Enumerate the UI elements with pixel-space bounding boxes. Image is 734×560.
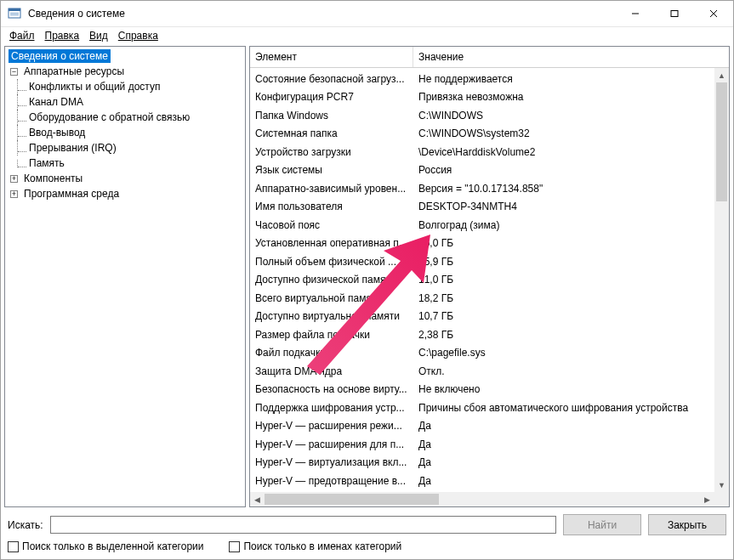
expand-icon[interactable]: + [10,175,18,183]
scroll-right-icon[interactable]: ▶ [700,492,714,506]
vertical-scrollbar[interactable]: ▲ ▼ [714,68,729,492]
list-body[interactable]: Состояние безопасной загруз...Не поддерж… [250,68,729,506]
titlebar: Сведения о системе [1,1,733,27]
cell-element: Поддержка шифрования устр... [250,402,413,414]
cell-value: Не включено [413,383,714,395]
list-row[interactable]: Язык системыРоссия [250,161,714,180]
list-row[interactable]: Системная папкаC:\WINDOWS\system32 [250,125,714,144]
find-button[interactable]: Найти [563,514,641,535]
list-row[interactable]: Имя пользователяDESKTOP-34NMTH4 [250,198,714,217]
list-row[interactable]: Размер файла подкачки2,38 ГБ [250,325,714,344]
menu-file[interactable]: Файл [4,29,40,42]
list-row[interactable]: Hyper-V — расширения для п...Да [250,435,714,454]
list-row[interactable]: Доступно физической памяти11,0 ГБ [250,271,714,290]
tree-item-conflicts[interactable]: Конфликты и общий доступ [5,79,245,94]
list-row[interactable]: Установленная оперативная п...16,0 ГБ [250,235,714,253]
menu-file-label: Файл [9,30,35,42]
tree-item-software-env[interactable]: + Программная среда [5,186,245,201]
tree-item-system-summary[interactable]: Сведения о системе [5,48,245,64]
cell-element: Папка Windows [250,110,413,122]
scroll-track[interactable] [265,492,700,506]
list-row[interactable]: Устройство загрузки\Device\HarddiskVolum… [250,143,714,161]
tree-hardware-label: Аппаратные ресурсы [21,65,127,78]
list-row[interactable]: Аппаратно-зависимый уровен...Версия = "1… [250,179,714,198]
scroll-track[interactable] [714,82,729,478]
list-row[interactable]: Доступно виртуальной памяти10,7 ГБ [250,308,714,326]
list-row[interactable]: Всего виртуальной памяти18,2 ГБ [250,289,714,308]
details-panel: Элемент Значение Состояние безопасной за… [249,46,730,507]
list-row[interactable]: Hyper-V — расширения режи...Да [250,417,714,436]
cell-element: Доступно виртуальной памяти [250,310,413,322]
tree-item-components[interactable]: + Компоненты [5,171,245,186]
list-row[interactable]: Часовой поясВолгоград (зима) [250,216,714,235]
checkbox-selected-category[interactable]: Поиск только в выделенной категории [8,540,203,552]
search-label: Искать: [8,519,43,531]
horizontal-scrollbar[interactable]: ◀ ▶ [250,492,714,506]
cell-element: Защита DMA ядра [250,365,413,377]
tree-root-label: Сведения о системе [9,49,111,63]
list-row[interactable]: Hyper-V — предотвращение в...Да [250,472,714,490]
list-row[interactable]: Конфигурация PCR7Привязка невозможна [250,88,714,107]
column-header-value[interactable]: Значение [413,47,714,67]
cell-element: Размер файла подкачки [250,329,413,341]
tree-child-label: Конфликты и общий доступ [26,80,162,93]
menu-view[interactable]: Вид [84,29,113,42]
scroll-thumb[interactable] [265,494,439,505]
cell-element: Всего виртуальной памяти [250,292,413,304]
scroll-up-icon[interactable]: ▲ [714,68,729,82]
cell-value: 10,7 ГБ [413,310,714,322]
category-tree[interactable]: Сведения о системе − Аппаратные ресурсы … [5,47,245,506]
menu-view-label: Вид [89,30,108,42]
cell-element: Доступно физической памяти [250,274,413,286]
menu-help[interactable]: Справка [113,29,163,42]
tree-item-io[interactable]: Ввод-вывод [5,125,245,140]
app-icon [8,7,21,20]
list-row[interactable]: Папка WindowsC:\WINDOWS [250,106,714,125]
tree-item-forced-hardware[interactable]: Оборудование с обратной связью [5,110,245,125]
column-header-element[interactable]: Элемент [250,47,413,67]
cell-value: Привязка невозможна [413,91,714,103]
scroll-down-icon[interactable]: ▼ [714,478,729,492]
cell-element: Часовой пояс [250,219,413,231]
list-row[interactable]: Состояние безопасной загруз...Не поддерж… [250,70,714,88]
tree-item-memory[interactable]: Память [5,156,245,171]
cell-value: 2,38 ГБ [413,329,714,341]
checkbox-label: Поиск только в выделенной категории [22,540,203,552]
minimize-button[interactable] [616,1,655,26]
expand-icon[interactable]: + [10,190,18,198]
menu-edit[interactable]: Правка [40,29,85,42]
window-buttons [616,1,733,26]
cell-value: Да [413,438,714,450]
main-area: Сведения о системе − Аппаратные ресурсы … [1,44,733,509]
svg-rect-1 [9,8,20,11]
list-row[interactable]: Защита DMA ядраОткл. [250,362,714,381]
close-button[interactable] [694,1,733,26]
cell-value: DESKTOP-34NMTH4 [413,201,714,212]
checkbox-category-names[interactable]: Поиск только в именах категорий [229,540,401,552]
list-row[interactable]: Файл подкачкиC:\pagefile.sys [250,344,714,363]
cell-value: C:\WINDOWS\system32 [413,127,714,139]
close-search-button[interactable]: Закрыть [648,514,726,535]
scroll-left-icon[interactable]: ◀ [250,492,265,506]
tree-item-irq[interactable]: Прерывания (IRQ) [5,140,245,156]
svg-rect-2 [10,13,19,14]
list-row[interactable]: Полный объем физической ...15,9 ГБ [250,252,714,271]
search-input[interactable] [50,516,556,534]
scroll-thumb[interactable] [716,82,727,201]
tree-item-dma[interactable]: Канал DMA [5,94,245,110]
list-row[interactable]: Безопасность на основе вирту...Не включе… [250,381,714,399]
cell-value: 11,0 ГБ [413,274,714,286]
menu-edit-label: Правка [45,30,80,42]
svg-rect-3 [10,14,19,15]
collapse-icon[interactable]: − [10,68,18,76]
tree-item-hardware[interactable]: − Аппаратные ресурсы [5,64,245,79]
svg-rect-5 [671,11,678,17]
cell-value: Да [413,475,714,487]
tree-components-label: Компоненты [21,172,85,185]
list-row[interactable]: Поддержка шифрования устр...Причины сбоя… [250,399,714,417]
cell-element: Полный объем физической ... [250,256,413,268]
maximize-button[interactable] [655,1,694,26]
cell-value: Да [413,420,714,432]
cell-element: Безопасность на основе вирту... [250,383,413,395]
list-row[interactable]: Hyper-V — виртуализация вкл...Да [250,454,714,472]
